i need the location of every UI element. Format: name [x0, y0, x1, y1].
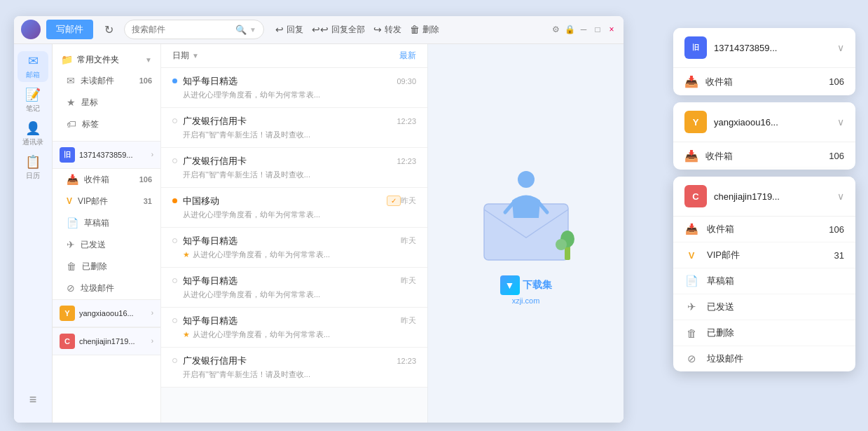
folder-item-spam-1[interactable]: ⊘ 垃圾邮件	[53, 278, 160, 299]
email-item[interactable]: 广发银行信用卡 12:23 开启有"智"青年新生活！请及时查收...	[161, 108, 427, 148]
reply-all-button[interactable]: ↩↩ 回复全部	[312, 24, 365, 36]
read-dot	[172, 358, 177, 363]
expanded-item-trash[interactable]: 🗑 已删除	[673, 320, 855, 346]
mail-icon: ✉	[28, 53, 39, 69]
expanded-item-vip[interactable]: V VIP邮件 31	[673, 242, 855, 268]
sidebar-item-contacts[interactable]: 👤 通讯录	[18, 118, 48, 149]
email-item[interactable]: 知乎每日精选 昨天 ★从进化心理学角度看，幼年为何常常表...	[161, 308, 427, 348]
expanded-item-sent[interactable]: ✈ 已发送	[673, 294, 855, 320]
card-dropdown-icon-2[interactable]: ∨	[837, 116, 844, 128]
window-controls: ⚙ 🔒 ─ □ ×	[551, 25, 616, 34]
inbox-icon: 📥	[67, 174, 78, 185]
trash-icon: 🗑	[684, 327, 698, 339]
maximize-button[interactable]: □	[593, 25, 602, 34]
expanded-item-spam[interactable]: ⊘ 垃圾邮件	[673, 346, 855, 371]
refresh-button[interactable]: ↻	[99, 20, 118, 39]
svg-point-6	[556, 239, 567, 250]
card-avatar-2: Y	[684, 111, 707, 133]
read-dot	[172, 278, 177, 283]
folder-item-drafts-1[interactable]: 📄 草稿箱	[53, 212, 160, 234]
account-avatar-1: 旧	[60, 147, 75, 163]
preview-area: ▼ 下载集 xzji.com	[427, 44, 624, 423]
compose-button[interactable]: 写邮件	[46, 20, 93, 39]
delete-button[interactable]: 🗑 删除	[410, 24, 439, 36]
account-header-1[interactable]: 旧 13714373859... ›	[53, 141, 160, 169]
email-item[interactable]: 知乎每日精选 昨天 从进化心理学角度看，幼年为何常常表...	[161, 268, 427, 308]
common-folders-header[interactable]: 📁 常用文件夹 ▼	[53, 50, 160, 70]
account-avatar-2: Y	[60, 306, 75, 321]
chevron-down-icon: ▼	[145, 56, 152, 64]
mail-icon: ✉	[67, 75, 75, 86]
more-icon: ≡	[29, 392, 37, 407]
folder-item-vip-1[interactable]: V VIP邮件 31	[53, 191, 160, 212]
email-list-panel: 日期 ▼ 最新 知乎每日精选 09:30 从进化心理学角度看，幼年为何常常表..…	[161, 44, 427, 423]
account-header-2[interactable]: Y yangxiaoou16... ›	[53, 299, 160, 327]
search-input[interactable]	[132, 25, 233, 34]
folder-item-sent-1[interactable]: ✈ 已发送	[53, 234, 160, 256]
read-dot	[172, 118, 177, 123]
card-header-1[interactable]: 旧 13714373859... ∨	[673, 28, 855, 68]
card-dropdown-icon-1[interactable]: ∨	[837, 42, 844, 53]
account-card-2[interactable]: Y yangxiaoou16... ∨ 📥 收件箱 106	[673, 102, 855, 170]
card-dropdown-icon-3[interactable]: ∨	[837, 191, 844, 202]
expanded-item-inbox[interactable]: 📥 收件箱 106	[673, 217, 855, 242]
card-inbox-2[interactable]: 📥 收件箱 106	[673, 142, 855, 170]
sidebar-item-more[interactable]: ≡	[18, 385, 48, 416]
delete-icon: 🗑	[410, 24, 420, 35]
main-content: ✉ 邮箱 📝 笔记 👤 通讯录 📋 日历 ≡	[14, 44, 624, 423]
common-folders-section: 📁 常用文件夹 ▼ ✉ 未读邮件 106 ★ 星标 🏷	[53, 44, 160, 141]
inbox-icon: 📥	[684, 75, 698, 88]
email-item[interactable]: 知乎每日精选 09:30 从进化心理学角度看，幼年为何常常表...	[161, 68, 427, 108]
drafts-icon: 📄	[67, 217, 78, 228]
email-item[interactable]: 知乎每日精选 昨天 ★从进化心理学角度看，幼年为何常常表...	[161, 228, 427, 268]
trash-icon: 🗑	[67, 261, 76, 272]
close-button[interactable]: ×	[607, 25, 616, 34]
search-bar: 🔍 ▼	[124, 20, 264, 39]
forward-button[interactable]: ↪ 转发	[373, 24, 401, 36]
minimize-button[interactable]: ─	[579, 25, 588, 34]
read-dot	[172, 238, 177, 243]
date-label: 日期	[172, 50, 189, 62]
chevron-right-icon: ›	[151, 151, 153, 158]
email-list-header: 日期 ▼ 最新	[161, 44, 427, 68]
search-icon: 🔍	[235, 25, 247, 35]
newest-label: 最新	[399, 50, 416, 62]
account-header-3[interactable]: C chenjiajin1719... ›	[53, 327, 160, 355]
forward-icon: ↪	[373, 24, 382, 35]
settings-button[interactable]: ⚙	[551, 25, 560, 34]
account-card-1[interactable]: 旧 13714373859... ∨ 📥 收件箱 106	[673, 28, 855, 95]
tag-icon: 🏷	[67, 118, 76, 130]
folder-item-starred[interactable]: ★ 星标	[53, 92, 160, 114]
calendar-icon: 📋	[25, 154, 41, 170]
email-item[interactable]: 广发银行信用卡 12:23 开启有"智"青年新生活！请及时查收...	[161, 148, 427, 188]
account-avatar-3: C	[60, 334, 75, 349]
sort-icon[interactable]: ▼	[192, 52, 199, 60]
user-avatar	[21, 20, 41, 39]
sidebar-item-calendar[interactable]: 📋 日历	[18, 152, 48, 183]
email-item[interactable]: 广发银行信用卡 12:23 开启有"智"青年新生活！请及时查收...	[161, 348, 427, 388]
sidebar-item-notes[interactable]: 📝 笔记	[18, 85, 48, 116]
email-item[interactable]: 中国移动 ✓ 昨天 从进化心理学角度看，幼年为何常常表...	[161, 188, 427, 228]
folder-item-inbox-1[interactable]: 📥 收件箱 106	[53, 169, 160, 191]
account-card-3[interactable]: C chenjiajin1719... ∨ 📥 收件箱 106 V VIP邮件 …	[673, 177, 855, 371]
expanded-item-drafts[interactable]: 📄 草稿箱	[673, 268, 855, 294]
chevron-right-icon-2: ›	[151, 309, 153, 317]
folder-icon: 📁	[61, 54, 73, 65]
reply-button[interactable]: ↩ 回复	[275, 24, 303, 36]
search-dropdown-icon[interactable]: ▼	[249, 26, 256, 34]
star-icon: ★	[67, 97, 76, 108]
drafts-icon: 📄	[684, 275, 698, 287]
sidebar-item-mail[interactable]: ✉ 邮箱	[18, 51, 48, 82]
folder-item-unread[interactable]: ✉ 未读邮件 106	[53, 70, 160, 92]
lock-button[interactable]: 🔒	[565, 25, 574, 34]
folder-item-labels[interactable]: 🏷 标签	[53, 114, 160, 135]
left-panel: 📁 常用文件夹 ▼ ✉ 未读邮件 106 ★ 星标 🏷	[53, 44, 161, 423]
folder-item-trash-1[interactable]: 🗑 已删除	[53, 256, 160, 278]
spam-icon: ⊘	[684, 353, 698, 365]
read-dot	[172, 318, 177, 323]
card-header-2[interactable]: Y yangxiaoou16... ∨	[673, 102, 855, 142]
email-illustration: ▼ 下载集 xzji.com	[463, 162, 589, 305]
card-inbox-1[interactable]: 📥 收件箱 106	[673, 68, 855, 95]
card-header-3[interactable]: C chenjiajin1719... ∨	[673, 177, 855, 217]
read-dot	[172, 158, 177, 163]
